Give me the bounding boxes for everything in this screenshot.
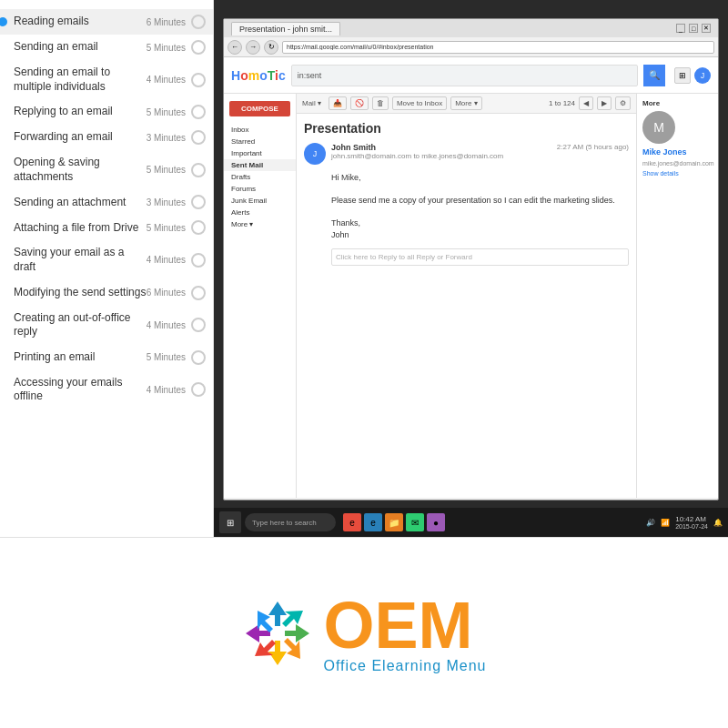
taskbar-icon-folder[interactable]: 📁 <box>385 513 403 531</box>
compose-button[interactable]: COMPOSE <box>229 101 290 116</box>
taskbar-search[interactable]: Type here to search <box>245 513 336 531</box>
menu-item-send-settings[interactable]: Modifying the send settings 6 Minutes <box>0 280 213 306</box>
account-avatar[interactable]: J <box>694 67 711 84</box>
menu-item-minutes: 5 Minutes <box>147 43 186 53</box>
more-button[interactable]: More ▾ <box>450 96 481 110</box>
gmail-sidebar: COMPOSE InboxStarredImportantSent MailDr… <box>224 94 297 498</box>
menu-item-printing[interactable]: Printing an email 5 Minutes <box>0 345 213 370</box>
mail-label[interactable]: Mail ▾ <box>302 99 321 107</box>
gmail-search-bar[interactable]: in:sent <box>291 65 638 86</box>
spam-button[interactable]: 🚫 <box>350 96 369 110</box>
completion-circle <box>191 318 206 332</box>
menu-item-minutes: 6 Minutes <box>147 17 186 27</box>
url-bar[interactable]: https://mail.google.com/mail/u/0/#inbox/… <box>282 41 714 54</box>
delete-button[interactable]: 🗑 <box>372 96 389 110</box>
completion-circle <box>191 253 206 268</box>
gmail-main-content: Mail ▾ 📥 🚫 🗑 Move to Inbox More ▾ 1 to 1… <box>297 94 636 498</box>
email-view: Presentation J John Smith john.smith@dom… <box>297 114 636 498</box>
completion-circle <box>191 163 206 177</box>
menu-item-out-of-office[interactable]: Creating an out-of-office reply 4 Minute… <box>0 306 213 345</box>
email-meta: J John Smith john.smith@domain.com to mi… <box>304 143 629 165</box>
minimize-button[interactable]: _ <box>676 24 685 33</box>
menu-item-minutes: 6 Minutes <box>147 288 186 298</box>
browser-toolbar: ← → ↻ https://mail.google.com/mail/u/0/#… <box>224 37 718 57</box>
taskbar-icon-chrome[interactable]: ● <box>427 513 445 531</box>
oem-text: OEM Office Elearning Menu <box>323 592 486 674</box>
maximize-button[interactable]: □ <box>689 24 698 33</box>
gmail-nav-item-1[interactable]: Starred <box>224 136 296 147</box>
menu-item-label: Sending an attachment <box>14 196 126 210</box>
apps-icon[interactable]: ⊞ <box>674 67 691 84</box>
menu-item-sending-multiple[interactable]: Sending an email to multiple individuals… <box>0 60 213 99</box>
taskbar-icon-app[interactable]: ✉ <box>406 513 424 531</box>
email-timestamp: 2:27 AM (5 hours ago) <box>557 143 629 151</box>
archive-button[interactable]: 📥 <box>329 96 347 110</box>
browser-tab[interactable]: Presentation - john smit... <box>231 22 340 35</box>
gmail-nav-item-7[interactable]: Alerts <box>224 207 296 218</box>
taskbar-icon-ie[interactable]: e <box>343 513 361 531</box>
taskbar-icon-edge[interactable]: e <box>364 513 382 531</box>
completion-circle <box>191 40 206 55</box>
menu-item-label: Replying to an email <box>14 105 113 119</box>
completion-circle <box>191 220 206 235</box>
next-button[interactable]: ▶ <box>597 96 612 110</box>
menu-item-minutes: 4 Minutes <box>147 320 186 330</box>
menu-item-replying[interactable]: Replying to an email 5 Minutes <box>0 99 213 125</box>
gmail-nav-item-6[interactable]: Junk Email <box>224 195 296 207</box>
taskbar-icons: e e 📁 ✉ ● <box>343 513 445 531</box>
notification-icon: 🔔 <box>713 519 723 527</box>
gmail-nav-item-3[interactable]: Sent Mail <box>224 159 296 171</box>
menu-item-attaching-drive[interactable]: Attaching a file from Drive 5 Minutes <box>0 215 213 240</box>
completion-circle <box>191 195 206 209</box>
gmail-nav-item-5[interactable]: Forums <box>224 183 296 195</box>
oem-subtitle: Office Elearning Menu <box>323 658 486 674</box>
menu-item-label: Opening & saving attachments <box>14 156 147 184</box>
prev-button[interactable]: ◀ <box>579 96 593 110</box>
contact-photo: M <box>642 111 675 144</box>
menu-item-opening-attachments[interactable]: Opening & saving attachments 5 Minutes <box>0 150 213 189</box>
menu-item-forwarding[interactable]: Forwarding an email 3 Minutes <box>0 125 213 150</box>
menu-item-minutes: 4 Minutes <box>147 75 186 85</box>
completion-circle <box>191 15 206 29</box>
completion-circle <box>191 130 206 145</box>
completion-circle <box>191 105 206 119</box>
menu-item-label: Sending an email <box>14 40 98 55</box>
back-button[interactable]: ← <box>228 40 242 55</box>
start-button[interactable]: ⊞ <box>219 511 241 533</box>
contact-name: Mike Jones <box>642 147 713 157</box>
menu-item-minutes: 3 Minutes <box>147 133 186 143</box>
menu-item-label: Attaching a file from Drive <box>14 221 138 236</box>
gmail-nav-item-4[interactable]: Drafts <box>224 171 296 183</box>
menu-item-accessing-offline[interactable]: Accessing your emails offline 4 Minutes <box>0 370 213 410</box>
menu-item-reading-emails[interactable]: Reading emails 6 Minutes <box>0 9 213 35</box>
browser-titlebar: Presentation - john smit... _ □ ✕ <box>224 19 718 37</box>
gmail-search-button[interactable]: 🔍 <box>643 65 665 86</box>
close-button[interactable]: ✕ <box>702 24 711 33</box>
menu-item-label: Creating an out-of-office reply <box>14 311 147 339</box>
menu-item-saving-draft[interactable]: Saving your email as a draft 4 Minutes <box>0 240 213 279</box>
email-subject: Presentation <box>304 121 629 136</box>
menu-item-sending-attachment[interactable]: Sending an attachment 3 Minutes <box>0 189 213 215</box>
oem-arrows-icon <box>241 597 314 670</box>
taskbar-right: 🔊 📶 10:42 AM 2015-07-24 🔔 <box>646 515 723 530</box>
settings-button[interactable]: ⚙ <box>615 96 631 110</box>
menu-item-label: Modifying the send settings <box>14 286 146 300</box>
menu-item-label: Reading emails <box>14 15 89 29</box>
show-details-link[interactable]: Show details <box>642 170 713 177</box>
network-icon: 📶 <box>661 519 670 527</box>
gmail-body: COMPOSE InboxStarredImportantSent MailDr… <box>224 94 718 498</box>
gmail-nav-item-2[interactable]: Important <box>224 147 296 159</box>
forward-button[interactable]: → <box>246 40 260 55</box>
reply-area[interactable]: Click here to Reply to all Reply or Forw… <box>331 248 629 266</box>
panel-title: More <box>642 99 713 107</box>
gmail-nav-item-8[interactable]: More ▾ <box>224 218 296 230</box>
menu-item-minutes: 5 Minutes <box>147 352 186 362</box>
oem-main-letters: OEM <box>323 592 486 658</box>
menu-item-minutes: 4 Minutes <box>147 255 186 265</box>
move-to-inbox-button[interactable]: Move to Inbox <box>392 96 447 110</box>
gmail-nav-item-0[interactable]: Inbox <box>224 124 296 136</box>
menu-item-sending-email[interactable]: Sending an email 5 Minutes <box>0 35 213 60</box>
refresh-button[interactable]: ↻ <box>264 40 278 55</box>
completion-circle <box>191 350 206 365</box>
taskbar: ⊞ Type here to search e e 📁 ✉ ● 🔊 📶 10:4… <box>214 508 728 537</box>
